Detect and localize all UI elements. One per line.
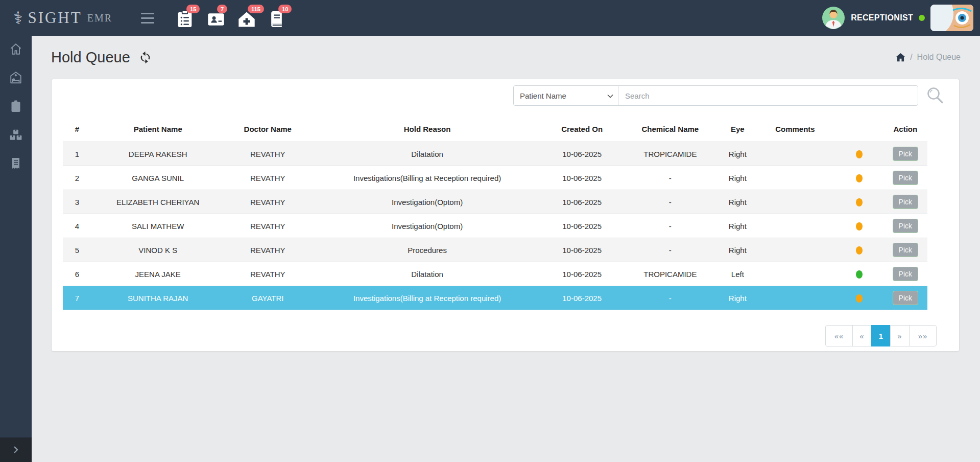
- created-on-cell: 10-06-2025: [543, 286, 620, 310]
- user-role-label: RECEPTIONIST: [851, 13, 913, 22]
- user-avatar[interactable]: [822, 6, 845, 30]
- col-patient-name: Patient Name: [91, 116, 225, 142]
- sidebar-expand-toggle[interactable]: [0, 437, 32, 462]
- pick-button[interactable]: Pick: [893, 243, 918, 257]
- chemical-name-cell: -: [620, 238, 720, 262]
- row-number: 7: [63, 286, 91, 310]
- table-row[interactable]: 2 GANGA SUNIL REVATHY Investigations(Bil…: [63, 166, 927, 190]
- hold-reason-cell: Dilatation: [311, 262, 543, 286]
- table-row[interactable]: 5 VINOD K S REVATHY Procedures 10-06-202…: [63, 238, 927, 262]
- sidebar-item-admission[interactable]: [0, 71, 32, 85]
- pagination-page-1-button[interactable]: 1: [871, 325, 891, 346]
- table-row[interactable]: 6 JEENA JAKE REVATHY Dilatation 10-06-20…: [63, 262, 927, 286]
- sidebar-item-records[interactable]: [0, 99, 32, 113]
- hold-queue-table: # Patient Name Doctor Name Hold Reason C…: [63, 116, 927, 310]
- pick-button[interactable]: Pick: [893, 195, 918, 209]
- table-header-row: # Patient Name Doctor Name Hold Reason C…: [63, 116, 927, 142]
- action-cell: Pick: [883, 190, 927, 214]
- hold-reason-cell: Investigations(Billing at Reception requ…: [311, 286, 543, 310]
- tasks-clipboard-icon[interactable]: 15: [177, 8, 195, 28]
- app-root: ⚕ SIGHT EMR 15: [0, 0, 980, 462]
- page-title: Hold Queue: [51, 49, 130, 66]
- pagination-prev-button[interactable]: «: [852, 325, 872, 346]
- receipt-icon: [10, 157, 22, 170]
- ledger-book-icon[interactable]: 10: [269, 8, 287, 28]
- pagination: «« « 1 » »»: [52, 325, 937, 346]
- patient-name-cell: SALI MATHEW: [91, 214, 225, 238]
- breadcrumb: / Hold Queue: [896, 53, 961, 62]
- brand-logo[interactable]: ⚕ SIGHT EMR: [0, 9, 112, 27]
- eye-cell: Right: [720, 166, 755, 190]
- search-filter-select[interactable]: Patient Name: [513, 85, 618, 106]
- refresh-icon: [138, 51, 152, 64]
- sidebar-item-home[interactable]: [0, 42, 32, 56]
- row-number: 5: [63, 238, 91, 262]
- row-number: 2: [63, 166, 91, 190]
- table-row[interactable]: 1 DEEPA RAKESH REVATHY Dilatation 10-06-…: [63, 142, 927, 166]
- left-sidebar: [0, 36, 32, 462]
- col-status: [835, 116, 883, 142]
- col-action: Action: [883, 116, 927, 142]
- created-on-cell: 10-06-2025: [543, 262, 620, 286]
- col-number: #: [63, 116, 91, 142]
- table-row[interactable]: 4 SALI MATHEW REVATHY Investigation(Opto…: [63, 214, 927, 238]
- pick-button[interactable]: Pick: [893, 291, 918, 305]
- comments-cell: [755, 190, 835, 214]
- header-nav-icons: 15 7 115: [177, 8, 287, 28]
- pagination-last-button[interactable]: »»: [909, 325, 937, 346]
- created-on-cell: 10-06-2025: [543, 142, 620, 166]
- chemical-name-cell: -: [620, 286, 720, 310]
- created-on-cell: 10-06-2025: [543, 190, 620, 214]
- online-status-dot: [919, 15, 925, 21]
- status-dot: [856, 294, 863, 303]
- hold-reason-cell: Investigations(Billing at Reception requ…: [311, 166, 543, 190]
- sidebar-item-inventory[interactable]: [0, 128, 32, 142]
- patient-card-icon[interactable]: 7: [207, 8, 226, 28]
- eye-photo: [930, 5, 973, 31]
- chemical-name-cell: TROPICAMIDE: [620, 142, 720, 166]
- hospital-home-icon[interactable]: 115: [238, 8, 256, 28]
- eye-cell: Right: [720, 190, 755, 214]
- pick-button[interactable]: Pick: [893, 219, 918, 233]
- pick-button[interactable]: Pick: [893, 267, 918, 281]
- search-button[interactable]: [925, 86, 945, 105]
- action-cell: Pick: [883, 166, 927, 190]
- action-cell: Pick: [883, 286, 927, 310]
- search-input[interactable]: [618, 85, 918, 106]
- badge-count: 15: [186, 5, 200, 13]
- eye-cell: Right: [720, 286, 755, 310]
- brand-name: SIGHT: [28, 9, 82, 27]
- col-hold-reason: Hold Reason: [311, 116, 543, 142]
- status-dot: [856, 246, 863, 255]
- eye-cell: Right: [720, 238, 755, 262]
- chemical-name-cell: -: [620, 166, 720, 190]
- hold-reason-cell: Investigation(Optom): [311, 214, 543, 238]
- status-cell: [835, 142, 883, 166]
- status-cell: [835, 190, 883, 214]
- comments-cell: [755, 142, 835, 166]
- created-on-cell: 10-06-2025: [543, 166, 620, 190]
- row-number: 1: [63, 142, 91, 166]
- chemical-name-cell: TROPICAMIDE: [620, 262, 720, 286]
- col-eye: Eye: [720, 116, 755, 142]
- eye-cell: Right: [720, 142, 755, 166]
- refresh-button[interactable]: [138, 51, 152, 64]
- sidebar-item-billing[interactable]: [0, 156, 32, 171]
- table-row[interactable]: 3 ELIZABETH CHERIYAN REVATHY Investigati…: [63, 190, 927, 214]
- breadcrumb-home-icon[interactable]: [896, 53, 905, 62]
- pagination-next-button[interactable]: »: [890, 325, 910, 346]
- pick-button[interactable]: Pick: [893, 171, 918, 185]
- status-cell: [835, 166, 883, 190]
- hold-queue-table-body: 1 DEEPA RAKESH REVATHY Dilatation 10-06-…: [63, 142, 927, 310]
- status-dot: [856, 222, 863, 230]
- pagination-first-button[interactable]: ««: [825, 325, 853, 346]
- hospital-icon: [238, 11, 255, 28]
- sidebar-toggle-button[interactable]: [138, 10, 157, 27]
- top-header: ⚕ SIGHT EMR 15: [0, 0, 980, 36]
- id-card-icon: [207, 11, 225, 28]
- pick-button[interactable]: Pick: [893, 147, 918, 161]
- created-on-cell: 10-06-2025: [543, 214, 620, 238]
- doctor-name-cell: REVATHY: [225, 190, 311, 214]
- table-row[interactable]: 7 SUNITHA RAJAN GAYATRI Investigations(B…: [63, 286, 927, 310]
- chemical-name-cell: -: [620, 190, 720, 214]
